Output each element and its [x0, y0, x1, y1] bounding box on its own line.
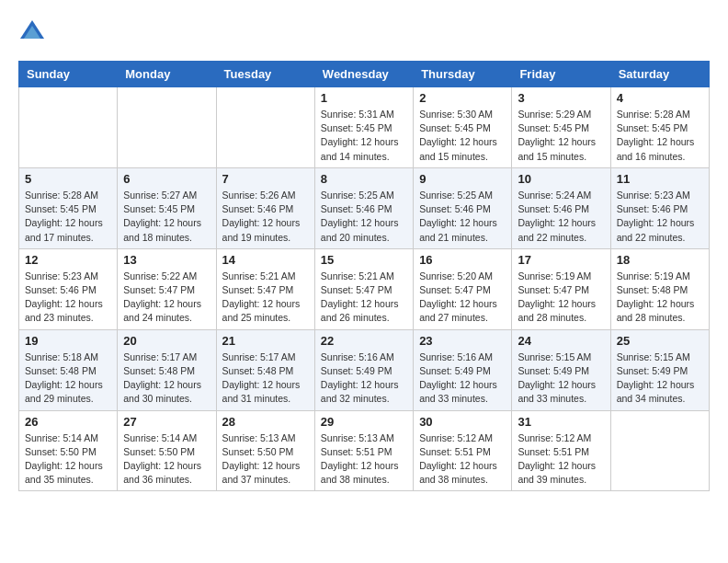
day-info: Sunrise: 5:17 AM Sunset: 5:48 PM Dayligh…: [222, 350, 309, 407]
day-number: 20: [123, 334, 210, 348]
calendar-cell: 9Sunrise: 5:25 AM Sunset: 5:46 PM Daylig…: [414, 167, 512, 248]
day-info: Sunrise: 5:26 AM Sunset: 5:46 PM Dayligh…: [222, 189, 309, 245]
day-number: 16: [419, 253, 506, 267]
logo-icon: [18, 18, 46, 46]
calendar-cell: 26Sunrise: 5:14 AM Sunset: 5:50 PM Dayli…: [19, 410, 118, 491]
day-info: Sunrise: 5:14 AM Sunset: 5:50 PM Dayligh…: [123, 431, 210, 488]
day-number: 9: [419, 172, 506, 186]
day-number: 23: [419, 334, 506, 348]
day-number: 27: [123, 415, 210, 429]
calendar-cell: [216, 87, 314, 168]
day-info: Sunrise: 5:13 AM Sunset: 5:51 PM Dayligh…: [321, 431, 407, 488]
day-number: 30: [419, 415, 506, 429]
day-info: Sunrise: 5:31 AM Sunset: 5:45 PM Dayligh…: [321, 108, 407, 164]
calendar-week-row: 5Sunrise: 5:28 AM Sunset: 5:45 PM Daylig…: [19, 167, 710, 248]
column-header-sunday: Sunday: [19, 62, 118, 87]
calendar-cell: 18Sunrise: 5:19 AM Sunset: 5:48 PM Dayli…: [610, 248, 709, 329]
calendar-cell: 8Sunrise: 5:25 AM Sunset: 5:46 PM Daylig…: [314, 167, 413, 248]
calendar-cell: 30Sunrise: 5:12 AM Sunset: 5:51 PM Dayli…: [414, 410, 512, 491]
day-info: Sunrise: 5:25 AM Sunset: 5:46 PM Dayligh…: [419, 189, 506, 245]
day-info: Sunrise: 5:12 AM Sunset: 5:51 PM Dayligh…: [419, 431, 506, 488]
day-info: Sunrise: 5:14 AM Sunset: 5:50 PM Dayligh…: [25, 431, 111, 488]
logo: [18, 18, 50, 46]
day-number: 12: [25, 253, 111, 267]
column-header-saturday: Saturday: [610, 62, 709, 87]
calendar-cell: 4Sunrise: 5:28 AM Sunset: 5:45 PM Daylig…: [610, 87, 709, 168]
calendar-week-row: 1Sunrise: 5:31 AM Sunset: 5:45 PM Daylig…: [19, 87, 710, 168]
calendar-week-row: 12Sunrise: 5:23 AM Sunset: 5:46 PM Dayli…: [19, 248, 710, 329]
calendar-cell: 6Sunrise: 5:27 AM Sunset: 5:45 PM Daylig…: [118, 167, 216, 248]
day-info: Sunrise: 5:16 AM Sunset: 5:49 PM Dayligh…: [419, 350, 506, 407]
day-number: 22: [321, 334, 407, 348]
calendar-cell: 5Sunrise: 5:28 AM Sunset: 5:45 PM Daylig…: [19, 167, 118, 248]
calendar-cell: 12Sunrise: 5:23 AM Sunset: 5:46 PM Dayli…: [19, 248, 118, 329]
day-number: 25: [617, 334, 703, 348]
column-header-wednesday: Wednesday: [314, 62, 413, 87]
day-number: 26: [25, 415, 111, 429]
day-info: Sunrise: 5:21 AM Sunset: 5:47 PM Dayligh…: [222, 270, 309, 326]
calendar-cell: 22Sunrise: 5:16 AM Sunset: 5:49 PM Dayli…: [314, 329, 413, 410]
calendar-week-row: 26Sunrise: 5:14 AM Sunset: 5:50 PM Dayli…: [19, 410, 710, 491]
column-header-tuesday: Tuesday: [216, 62, 314, 87]
day-number: 5: [25, 172, 111, 186]
day-number: 6: [123, 172, 210, 186]
day-info: Sunrise: 5:15 AM Sunset: 5:49 PM Dayligh…: [518, 350, 604, 407]
column-header-friday: Friday: [512, 62, 610, 87]
calendar-table: SundayMondayTuesdayWednesdayThursdayFrid…: [18, 61, 710, 491]
calendar-cell: 20Sunrise: 5:17 AM Sunset: 5:48 PM Dayli…: [118, 329, 216, 410]
day-number: 8: [321, 172, 407, 186]
calendar-cell: 1Sunrise: 5:31 AM Sunset: 5:45 PM Daylig…: [314, 87, 413, 168]
calendar-cell: 21Sunrise: 5:17 AM Sunset: 5:48 PM Dayli…: [216, 329, 314, 410]
day-number: 7: [222, 172, 309, 186]
calendar-cell: 14Sunrise: 5:21 AM Sunset: 5:47 PM Dayli…: [216, 248, 314, 329]
day-info: Sunrise: 5:29 AM Sunset: 5:45 PM Dayligh…: [518, 108, 604, 164]
day-info: Sunrise: 5:12 AM Sunset: 5:51 PM Dayligh…: [518, 431, 604, 488]
calendar-week-row: 19Sunrise: 5:18 AM Sunset: 5:48 PM Dayli…: [19, 329, 710, 410]
calendar-cell: 11Sunrise: 5:23 AM Sunset: 5:46 PM Dayli…: [610, 167, 709, 248]
calendar-cell: 31Sunrise: 5:12 AM Sunset: 5:51 PM Dayli…: [512, 410, 610, 491]
day-number: 31: [518, 415, 604, 429]
calendar-cell: 17Sunrise: 5:19 AM Sunset: 5:47 PM Dayli…: [512, 248, 610, 329]
day-number: 2: [419, 91, 506, 105]
day-number: 10: [518, 172, 604, 186]
calendar-cell: 3Sunrise: 5:29 AM Sunset: 5:45 PM Daylig…: [512, 87, 610, 168]
calendar-cell: 7Sunrise: 5:26 AM Sunset: 5:46 PM Daylig…: [216, 167, 314, 248]
day-number: 29: [321, 415, 407, 429]
day-number: 15: [321, 253, 407, 267]
calendar-cell: 24Sunrise: 5:15 AM Sunset: 5:49 PM Dayli…: [512, 329, 610, 410]
day-info: Sunrise: 5:22 AM Sunset: 5:47 PM Dayligh…: [123, 270, 210, 326]
day-number: 1: [321, 91, 407, 105]
column-header-thursday: Thursday: [414, 62, 512, 87]
day-info: Sunrise: 5:23 AM Sunset: 5:46 PM Dayligh…: [617, 189, 703, 245]
column-header-monday: Monday: [118, 62, 216, 87]
calendar-cell: 19Sunrise: 5:18 AM Sunset: 5:48 PM Dayli…: [19, 329, 118, 410]
day-info: Sunrise: 5:19 AM Sunset: 5:48 PM Dayligh…: [617, 270, 703, 326]
day-number: 11: [617, 172, 703, 186]
day-info: Sunrise: 5:15 AM Sunset: 5:49 PM Dayligh…: [617, 350, 703, 407]
day-info: Sunrise: 5:27 AM Sunset: 5:45 PM Dayligh…: [123, 189, 210, 245]
calendar-cell: 2Sunrise: 5:30 AM Sunset: 5:45 PM Daylig…: [414, 87, 512, 168]
calendar-cell: 28Sunrise: 5:13 AM Sunset: 5:50 PM Dayli…: [216, 410, 314, 491]
day-number: 3: [518, 91, 604, 105]
day-info: Sunrise: 5:30 AM Sunset: 5:45 PM Dayligh…: [419, 108, 506, 164]
calendar-cell: 29Sunrise: 5:13 AM Sunset: 5:51 PM Dayli…: [314, 410, 413, 491]
day-info: Sunrise: 5:28 AM Sunset: 5:45 PM Dayligh…: [617, 108, 703, 164]
day-info: Sunrise: 5:17 AM Sunset: 5:48 PM Dayligh…: [123, 350, 210, 407]
day-number: 21: [222, 334, 309, 348]
day-info: Sunrise: 5:21 AM Sunset: 5:47 PM Dayligh…: [321, 270, 407, 326]
day-number: 4: [617, 91, 703, 105]
calendar-cell: 13Sunrise: 5:22 AM Sunset: 5:47 PM Dayli…: [118, 248, 216, 329]
day-number: 19: [25, 334, 111, 348]
day-number: 28: [222, 415, 309, 429]
day-info: Sunrise: 5:16 AM Sunset: 5:49 PM Dayligh…: [321, 350, 407, 407]
day-info: Sunrise: 5:20 AM Sunset: 5:47 PM Dayligh…: [419, 270, 506, 326]
day-info: Sunrise: 5:24 AM Sunset: 5:46 PM Dayligh…: [518, 189, 604, 245]
day-number: 24: [518, 334, 604, 348]
day-number: 17: [518, 253, 604, 267]
page-header: [18, 18, 710, 46]
day-info: Sunrise: 5:18 AM Sunset: 5:48 PM Dayligh…: [25, 350, 111, 407]
calendar-cell: 25Sunrise: 5:15 AM Sunset: 5:49 PM Dayli…: [610, 329, 709, 410]
day-number: 13: [123, 253, 210, 267]
calendar-header-row: SundayMondayTuesdayWednesdayThursdayFrid…: [19, 62, 710, 87]
day-info: Sunrise: 5:28 AM Sunset: 5:45 PM Dayligh…: [25, 189, 111, 245]
